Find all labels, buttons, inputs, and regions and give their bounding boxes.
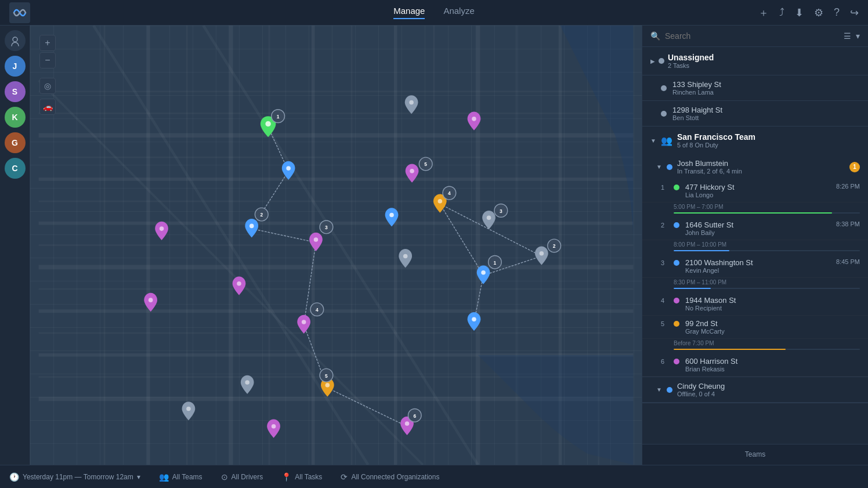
time-range-selector[interactable]: 🕐 Yesterday 11pm — Tomorrow 12am ▾ [9,472,140,482]
task-color-dot [674,185,679,190]
avatar-map[interactable] [5,30,26,51]
sort-button[interactable]: ▾ [856,31,860,41]
task-time-range: 8:00 PM – 10:00 PM [642,240,868,250]
import-button[interactable]: ⤴ [779,6,784,19]
task-time-range: 8:30 PM – 11:00 PM [642,278,868,288]
tasks-label: All Tasks [295,473,322,481]
teams-label: All Teams [172,473,202,481]
organizations-selector[interactable]: ⟳ All Connected Organizations [341,472,439,482]
avatar-1[interactable]: J [5,56,26,77]
unassigned-dot [659,58,664,64]
driver-row-josh: ▼ Josh Blumstein In Transit, 2 of 6, 4 m… [642,154,868,377]
list-view-button[interactable]: ☰ [844,31,851,41]
task-address: 133 Shipley St [672,80,860,89]
task-detail: 600 Harrison St Brian Rekasis [685,357,854,373]
task-recip: Lia Longo [685,191,830,198]
driver-status-dot [667,164,672,170]
tasks-selector[interactable]: 📍 All Tasks [281,472,322,482]
teams-selector[interactable]: 👥 All Teams [159,472,202,482]
zoom-out-button[interactable]: − [39,52,56,68]
task-dot [661,85,667,91]
task-detail: 2100 Washington St Kevin Angel [685,258,830,274]
logout-button[interactable]: ↪ [850,6,859,19]
settings-button[interactable]: ⚙ [814,6,823,19]
task-item-5[interactable]: 5 99 2nd St Gray McCarty [642,316,868,339]
team-section: ▼ 👥 San Francisco Team 5 of 8 On Duty ▼ … [642,126,868,403]
unassigned-task-2[interactable]: 1298 Haight St Ben Stott [642,101,868,126]
driver-chevron: ▼ [656,386,662,393]
svg-point-1 [13,37,17,42]
driver-status: In Transit, 2 of 6, 4 min [677,168,845,175]
task-progress-bar [674,250,860,251]
task-item-4[interactable]: 4 1944 Mason St No Recipient [642,292,868,316]
export-button[interactable]: ⬇ [795,6,804,19]
driver-status: Offline, 0 of 4 [677,391,860,397]
task-info: 1298 Haight St Ben Stott [672,106,860,121]
task-progress-fill [674,250,729,251]
add-button[interactable]: ＋ [758,6,769,20]
map-area[interactable]: 1 2 3 4 5 6 5 [30,26,642,465]
avatar-sidebar: J S K G C [0,26,30,465]
nav-manage[interactable]: Manage [393,6,425,19]
team-header[interactable]: ▼ 👥 San Francisco Team 5 of 8 On Duty [642,126,868,154]
task-num: 3 [661,259,668,266]
bottom-panel-nav: Teams [642,444,868,465]
unassigned-info: Unassigned 2 Tasks [668,53,714,69]
task-time: 8:26 PM [836,183,860,190]
avatar-4[interactable]: G [5,132,26,153]
task-time-range: Before 7:30 PM [642,339,868,349]
app-logo[interactable] [9,2,30,23]
teams-icon: 👥 [159,472,169,482]
task-color-dot [674,298,679,303]
unassigned-title: Unassigned [668,53,714,62]
task-progress-bar [674,349,860,350]
team-status: 5 of 8 On Duty [677,142,755,149]
vehicle-button[interactable]: 🚗 [39,99,56,115]
time-range-chevron: ▾ [137,473,140,481]
task-time: 8:38 PM [836,220,860,227]
zoom-in-button[interactable]: + [39,35,56,51]
drivers-selector[interactable]: ⊙ All Drivers [221,472,263,482]
unassigned-chevron: ▶ [650,58,655,64]
team-icon: 👥 [661,135,672,146]
drivers-label: All Drivers [232,473,263,481]
task-progress-fill [674,288,711,289]
driver-header-josh[interactable]: ▼ Josh Blumstein In Transit, 2 of 6, 4 m… [642,154,868,179]
locate-button[interactable]: ◎ [39,78,56,94]
task-num: 5 [661,320,668,327]
task-num: 2 [661,222,668,229]
task-progress-bar [674,212,860,214]
task-num: 1 [661,184,668,191]
driver-header-cindy[interactable]: ▼ Cindy Cheung Offline, 0 of 4 [642,377,868,402]
avatar-5[interactable]: C [5,158,26,179]
task-color-dot [674,359,679,364]
help-button[interactable]: ? [834,6,840,19]
teams-tab[interactable]: Teams [642,444,868,465]
tasks-icon: 📍 [281,472,291,482]
task-num: 4 [661,297,668,304]
task-recip: Kevin Angel [685,267,830,274]
task-dot [661,111,667,117]
driver-row-cindy: ▼ Cindy Cheung Offline, 0 of 4 [642,377,868,403]
unassigned-header[interactable]: ▶ Unassigned 2 Tasks [642,47,868,75]
task-addr: 99 2nd St [685,319,854,328]
topbar-actions: ＋ ⤴ ⬇ ⚙ ? ↪ [758,6,859,20]
main-content: J S K G C [0,26,868,465]
task-person: Rinchen Lama [672,89,860,96]
task-item-3[interactable]: 3 2100 Washington St Kevin Angel 8:45 PM [642,255,868,278]
map-grid [30,26,642,465]
task-address: 1298 Haight St [672,106,860,114]
task-item-6[interactable]: 6 600 Harrison St Brian Rekasis [642,353,868,377]
task-detail: 1944 Mason St No Recipient [685,296,854,312]
avatar-3[interactable]: K [5,107,26,128]
nav-analyze[interactable]: Analyze [443,6,474,19]
avatar-2[interactable]: S [5,81,26,102]
unassigned-task-1[interactable]: 133 Shipley St Rinchen Lama [642,75,868,101]
task-item-1[interactable]: 1 477 Hickory St Lia Longo 8:26 PM [642,179,868,203]
driver-name: Cindy Cheung [677,382,860,391]
task-item-2[interactable]: 2 1646 Sutter St John Baily 8:38 PM [642,217,868,240]
team-name: San Francisco Team [677,132,755,142]
task-detail: 477 Hickory St Lia Longo [685,183,830,198]
task-progress-fill [674,212,832,214]
search-input[interactable] [665,31,839,41]
